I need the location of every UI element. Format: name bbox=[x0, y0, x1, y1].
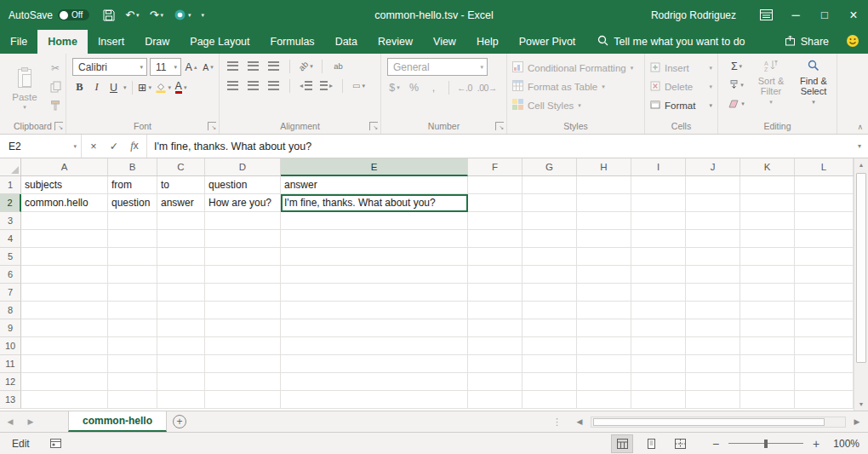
cell-K13[interactable] bbox=[740, 391, 795, 409]
cell-D2[interactable]: How are you? bbox=[205, 194, 281, 212]
cell-D7[interactable] bbox=[205, 284, 281, 302]
cell-F9[interactable] bbox=[468, 319, 523, 337]
normal-view-icon[interactable] bbox=[612, 435, 632, 452]
cell-B4[interactable] bbox=[108, 230, 157, 248]
cell-I2[interactable] bbox=[631, 194, 686, 212]
copy-icon[interactable] bbox=[48, 79, 63, 94]
cell-H6[interactable] bbox=[577, 266, 631, 284]
row-header-13[interactable]: 13 bbox=[0, 391, 21, 409]
zoom-in-button[interactable]: + bbox=[811, 437, 821, 451]
cell-G10[interactable] bbox=[523, 337, 577, 355]
cell-C4[interactable] bbox=[157, 230, 205, 248]
wrap-text-icon[interactable]: ab bbox=[331, 58, 345, 74]
cell-F12[interactable] bbox=[468, 373, 523, 391]
format-cells-button[interactable]: Format bbox=[650, 97, 712, 113]
tab-splitter-handle[interactable]: ⋮ bbox=[552, 417, 562, 428]
cell-J13[interactable] bbox=[686, 391, 740, 409]
accounting-format-icon[interactable]: $ bbox=[387, 79, 402, 95]
cell-G11[interactable] bbox=[523, 355, 577, 373]
cell-I9[interactable] bbox=[631, 319, 686, 337]
select-all-corner[interactable] bbox=[0, 158, 21, 176]
save-icon[interactable] bbox=[103, 9, 115, 21]
orientation-icon[interactable]: ab bbox=[299, 58, 313, 74]
cell-G9[interactable] bbox=[523, 319, 577, 337]
fill-color-icon[interactable] bbox=[155, 79, 172, 95]
tab-review[interactable]: Review bbox=[368, 30, 423, 54]
scroll-down-icon[interactable]: ▼ bbox=[859, 398, 865, 411]
cell-B7[interactable] bbox=[108, 284, 157, 302]
align-left-icon[interactable] bbox=[226, 78, 240, 94]
column-header-a[interactable]: A bbox=[21, 158, 108, 176]
cell-A2[interactable]: common.hello bbox=[21, 194, 108, 212]
collapse-ribbon-icon[interactable]: ∧ bbox=[857, 123, 863, 131]
clipboard-dialog-launcher[interactable]: ↘ bbox=[54, 122, 63, 130]
cell-D3[interactable] bbox=[205, 212, 281, 230]
cell-H7[interactable] bbox=[577, 284, 631, 302]
font-dialog-launcher[interactable]: ↘ bbox=[208, 122, 216, 130]
cell-E8[interactable] bbox=[281, 302, 468, 319]
cell-K2[interactable] bbox=[740, 194, 795, 212]
cell-K6[interactable] bbox=[740, 266, 795, 284]
vertical-scroll-track[interactable] bbox=[854, 171, 868, 398]
align-right-icon[interactable] bbox=[266, 78, 281, 94]
cell-L1[interactable] bbox=[795, 176, 854, 194]
cell-L2[interactable] bbox=[795, 194, 854, 212]
column-header-i[interactable]: I bbox=[631, 158, 686, 176]
column-header-h[interactable]: H bbox=[577, 158, 631, 176]
cell-D4[interactable] bbox=[205, 230, 281, 248]
tab-file[interactable]: File bbox=[0, 30, 37, 54]
user-name[interactable]: Rodrigo Rodriguez bbox=[651, 9, 736, 21]
row-header-2[interactable]: 2 bbox=[0, 194, 21, 212]
share-button[interactable]: Share bbox=[785, 35, 829, 49]
bold-button[interactable]: B bbox=[72, 79, 87, 95]
cell-E7[interactable] bbox=[281, 284, 468, 302]
cell-A8[interactable] bbox=[21, 302, 108, 319]
zoom-slider[interactable] bbox=[728, 439, 803, 449]
tab-page-layout[interactable]: Page Layout bbox=[180, 30, 260, 54]
cell-F6[interactable] bbox=[468, 266, 523, 284]
cell-C12[interactable] bbox=[157, 373, 205, 391]
maximize-button[interactable]: □ bbox=[810, 0, 839, 30]
row-header-4[interactable]: 4 bbox=[0, 230, 21, 248]
cell-D10[interactable] bbox=[205, 337, 281, 355]
cell-I5[interactable] bbox=[631, 248, 686, 266]
cell-J5[interactable] bbox=[686, 248, 740, 266]
cell-F10[interactable] bbox=[468, 337, 523, 355]
row-header-12[interactable]: 12 bbox=[0, 373, 21, 391]
cell-C9[interactable] bbox=[157, 319, 205, 337]
cell-A5[interactable] bbox=[21, 248, 108, 266]
hscroll-left-icon[interactable]: ◀ bbox=[574, 417, 585, 426]
cell-A3[interactable] bbox=[21, 212, 108, 230]
cell-F2[interactable] bbox=[468, 194, 523, 212]
column-header-l[interactable]: L bbox=[795, 158, 854, 176]
cell-G1[interactable] bbox=[523, 176, 577, 194]
undo-button[interactable]: ↶▾ bbox=[125, 9, 139, 21]
name-box[interactable]: E2 bbox=[0, 135, 82, 158]
decrease-indent-icon[interactable]: ◂ bbox=[299, 78, 313, 94]
cell-K5[interactable] bbox=[740, 248, 795, 266]
row-header-10[interactable]: 10 bbox=[0, 337, 21, 355]
cell-J8[interactable] bbox=[686, 302, 740, 319]
underline-button[interactable]: U bbox=[106, 79, 121, 95]
cell-E3[interactable] bbox=[281, 212, 468, 230]
cell-styles-button[interactable]: Cell Styles bbox=[512, 97, 639, 113]
paste-button[interactable]: Paste bbox=[6, 56, 43, 120]
borders-icon[interactable]: ⊞ bbox=[138, 79, 152, 95]
cell-J2[interactable] bbox=[686, 194, 740, 212]
cell-H4[interactable] bbox=[577, 230, 631, 248]
cell-E12[interactable] bbox=[281, 373, 468, 391]
cell-K1[interactable] bbox=[740, 176, 795, 194]
column-header-d[interactable]: D bbox=[205, 158, 281, 176]
comma-style-icon[interactable]: , bbox=[426, 79, 441, 95]
cell-C11[interactable] bbox=[157, 355, 205, 373]
cell-J3[interactable] bbox=[686, 212, 740, 230]
number-format-select[interactable]: General bbox=[387, 58, 488, 76]
tab-insert[interactable]: Insert bbox=[88, 30, 134, 54]
cell-D9[interactable] bbox=[205, 319, 281, 337]
cell-J1[interactable] bbox=[686, 176, 740, 194]
cell-F8[interactable] bbox=[468, 302, 523, 319]
cell-H8[interactable] bbox=[577, 302, 631, 319]
cell-K8[interactable] bbox=[740, 302, 795, 319]
cell-G8[interactable] bbox=[523, 302, 577, 319]
zoom-slider-thumb[interactable] bbox=[764, 440, 768, 448]
